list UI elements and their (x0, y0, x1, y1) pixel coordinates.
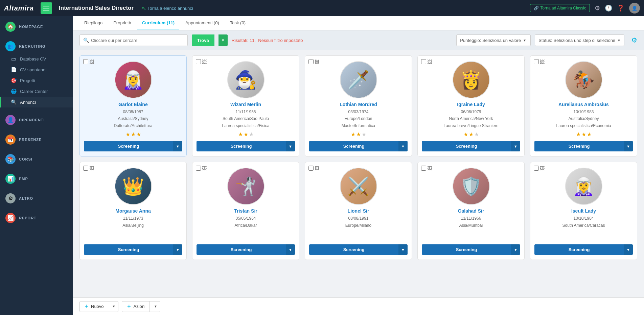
card-name-4[interactable]: Igraine Lady (457, 102, 485, 107)
sidebar-item-progetti[interactable]: 🎯 Progetti (0, 75, 73, 86)
tab-proprieta[interactable]: Proprietà (109, 17, 136, 29)
sidebar-item-annunci[interactable]: 🔍 Annunci (0, 97, 73, 107)
card-name-9[interactable]: Galahad Sir (458, 208, 484, 214)
score-dropdown[interactable]: Punteggio: Seleziona un valore ▼ (456, 34, 531, 46)
sidebar-item-database-cv[interactable]: 🗃 Database CV (0, 53, 73, 64)
card-name-10[interactable]: Iseult Lady (571, 208, 596, 214)
screening-button-6[interactable]: Screening (84, 244, 173, 255)
screening-button-10[interactable]: Screening (534, 244, 624, 255)
nuovo-dropdown[interactable]: ▼ (110, 301, 118, 312)
screening-button-2[interactable]: Screening (197, 141, 286, 151)
screening-dropdown-10[interactable]: ▼ (624, 244, 633, 255)
user-avatar[interactable]: 👤 (629, 3, 640, 14)
sidebar-item-cv-spontanei[interactable]: 📄 CV spontanei (0, 64, 73, 75)
screening-button-1[interactable]: Screening (84, 141, 173, 151)
page-title: International Sales Director (59, 5, 134, 11)
card-checkbox-1[interactable] (83, 59, 88, 64)
card-checkbox-5[interactable] (534, 59, 539, 64)
sidebar-header-pmp[interactable]: 📊 PMP (0, 170, 73, 186)
search-input[interactable] (91, 38, 184, 43)
filter-settings-icon[interactable]: ⚙ (631, 36, 637, 44)
altro-label: ALTRO (19, 196, 33, 200)
star-1: ★ (463, 131, 468, 138)
tab-riepilogo[interactable]: Riepilogo (79, 17, 107, 29)
card-checkbox-8[interactable] (308, 166, 314, 171)
screening-button-9[interactable]: Screening (422, 244, 511, 255)
card-name-5[interactable]: Aurelianus Ambrosius (558, 102, 609, 107)
sidebar-header-recruiting[interactable]: 👥 RECRUITING (0, 38, 73, 53)
nuovo-button[interactable]: ＋ Nuovo ▼ (79, 301, 118, 312)
card-stars-4: ★★★ (463, 131, 479, 138)
star-3: ★ (249, 131, 254, 138)
screening-dropdown-4[interactable]: ▼ (511, 141, 520, 151)
card-name-8[interactable]: Lionel Sir (348, 208, 369, 214)
tab-appuntamenti[interactable]: Appuntamenti (0) (181, 17, 224, 29)
screening-button-4[interactable]: Screening (422, 141, 511, 151)
screening-dropdown-5[interactable]: ▼ (624, 141, 633, 151)
sidebar-header-corsi[interactable]: 📚 CORSI (0, 151, 73, 166)
sidebar-header-altro[interactable]: ⚙ ALTRO (0, 190, 73, 205)
results-text: Risultati: 11. Nessun filtro impostato (232, 38, 303, 43)
screening-button-3[interactable]: Screening (309, 141, 398, 151)
card-checkbox-7[interactable] (196, 166, 201, 171)
main-layout: 🏠 HOMEPAGE 👥 RECRUITING 🗃 Database CV 📄 … (0, 16, 644, 315)
tab-task[interactable]: Task (0) (225, 17, 250, 29)
screening-dropdown-7[interactable]: ▼ (286, 244, 295, 255)
screening-dropdown-8[interactable]: ▼ (398, 244, 408, 255)
card-info-3: 03/03/1974 Europe/London Master/Informat… (342, 108, 375, 129)
sidebar-header-presenze[interactable]: 📅 PRESENZE (0, 131, 73, 147)
tab-curriculum[interactable]: Curriculum (11) (137, 17, 179, 29)
card-checkbox-6[interactable] (83, 166, 88, 171)
star-2: ★ (469, 131, 474, 138)
help-icon[interactable]: ❓ (617, 4, 624, 12)
find-dropdown-button[interactable]: ▼ (218, 34, 228, 46)
homepage-icon: 🏠 (5, 22, 16, 32)
settings-icon[interactable]: ⚙ (595, 4, 600, 12)
card-name-1[interactable]: Garlot Elaine (118, 102, 147, 107)
homepage-label: HOMEPAGE (19, 25, 43, 29)
sidebar-section-homepage: 🏠 HOMEPAGE (0, 16, 73, 36)
classic-link-button[interactable]: 🔗 Torna ad Altamira Classic (530, 4, 590, 12)
card-checkbox-10[interactable] (534, 166, 539, 171)
card-badge-5: 🖼 (540, 59, 545, 65)
status-dropdown[interactable]: Status: Seleziona uno step di selezione … (535, 34, 624, 46)
screening-button-5[interactable]: Screening (534, 141, 624, 151)
azioni-main[interactable]: ＋ Azioni (122, 301, 150, 312)
screening-button-8[interactable]: Screening (309, 244, 398, 255)
screening-dropdown-6[interactable]: ▼ (173, 244, 182, 255)
card-checkbox-2[interactable] (196, 59, 201, 64)
back-link[interactable]: ↖ Torna a elenco annunci (142, 5, 193, 11)
screening-dropdown-2[interactable]: ▼ (286, 141, 295, 151)
azioni-dropdown[interactable]: ▼ (151, 301, 160, 312)
sidebar-header-report[interactable]: 📈 REPORT (0, 210, 73, 225)
sidebar-header-homepage[interactable]: 🏠 HOMEPAGE (0, 18, 73, 34)
card-checkbox-4[interactable] (421, 59, 426, 64)
card-name-2[interactable]: Wizard Merlin (230, 102, 261, 107)
bottom-bar: ＋ Nuovo ▼ ＋ Azioni ▼ (73, 297, 644, 315)
card-checkbox-9[interactable] (421, 166, 426, 171)
azioni-button[interactable]: ＋ Azioni ▼ (122, 301, 160, 312)
screening-dropdown-1[interactable]: ▼ (173, 141, 182, 151)
career-center-icon: 🌐 (10, 89, 17, 94)
recruiting-label: RECRUITING (19, 44, 45, 48)
screening-dropdown-9[interactable]: ▼ (511, 244, 520, 255)
card-avatar-7: 🤺 (227, 168, 264, 205)
dipendenti-label: DIPENDENTI (19, 118, 45, 122)
history-icon[interactable]: 🕐 (605, 4, 612, 12)
screening-btn-wrap-5: Screening ▼ (534, 141, 633, 151)
search-input-wrap: 🔍 (79, 34, 188, 46)
screening-dropdown-3[interactable]: ▼ (398, 141, 408, 151)
find-button[interactable]: Trova (192, 34, 214, 46)
card-badge-1: 🖼 (89, 59, 94, 65)
screening-button-7[interactable]: Screening (197, 244, 286, 255)
card-name-6[interactable]: Morgause Anna (115, 208, 151, 214)
sidebar-header-dipendenti[interactable]: 👤 DIPENDENTI (0, 112, 73, 127)
card-name-7[interactable]: Tristan Sir (234, 208, 257, 214)
menu-toggle-button[interactable] (41, 2, 52, 14)
card-checkbox-3[interactable] (308, 59, 314, 64)
nuovo-main[interactable]: ＋ Nuovo (80, 301, 108, 312)
card-badge-3: 🖼 (315, 59, 319, 65)
sidebar-item-career-center[interactable]: 🌐 Career Center (0, 86, 73, 97)
card-name-3[interactable]: Lothian Mordred (340, 102, 377, 107)
nuovo-plus-icon: ＋ (84, 303, 89, 310)
